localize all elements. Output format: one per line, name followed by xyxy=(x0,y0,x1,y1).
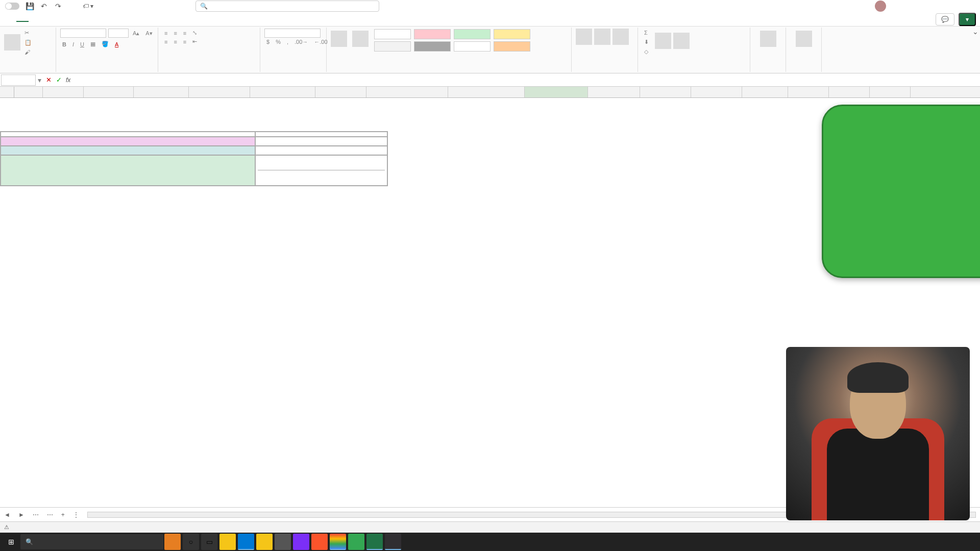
collapse-ribbon-icon[interactable]: ⌄ xyxy=(971,28,980,72)
number-format-select[interactable] xyxy=(264,29,321,38)
share-button[interactable]: ▾ xyxy=(959,13,976,26)
accessibility-status[interactable]: ⚠ xyxy=(4,524,9,531)
col-header-Q[interactable] xyxy=(870,87,911,97)
align-left-icon[interactable]: ≡ xyxy=(162,38,169,46)
addins-icon[interactable] xyxy=(796,31,812,47)
minimize-button[interactable] xyxy=(912,1,927,11)
taskbar-app-1[interactable] xyxy=(164,534,181,550)
style-input[interactable] xyxy=(494,41,530,52)
increase-font-icon[interactable]: A▴ xyxy=(131,29,141,38)
align-right-icon[interactable]: ≡ xyxy=(181,38,188,46)
fill-button[interactable]: ⬇ xyxy=(642,38,653,46)
font-size-select[interactable] xyxy=(108,29,129,38)
delete-cells-icon[interactable] xyxy=(594,29,610,45)
taskbar-obs-icon[interactable] xyxy=(385,534,401,550)
fx-icon[interactable]: fx xyxy=(66,77,70,84)
save-icon[interactable]: 💾 xyxy=(24,1,35,11)
col-header-F[interactable] xyxy=(250,87,315,97)
tab-pagelayout[interactable] xyxy=(41,17,53,21)
italic-button[interactable]: I xyxy=(70,40,76,48)
name-box[interactable] xyxy=(1,74,36,86)
col-header-J[interactable] xyxy=(525,87,588,97)
currency-icon[interactable]: $ xyxy=(264,38,272,46)
tab-data[interactable] xyxy=(65,17,78,21)
format-cells-icon[interactable] xyxy=(612,29,629,45)
autosave-toggle[interactable] xyxy=(5,3,19,10)
align-mid-icon[interactable]: ≡ xyxy=(172,29,179,37)
cancel-formula-icon[interactable]: ✕ xyxy=(43,76,54,84)
underline-button[interactable]: U xyxy=(78,40,86,48)
taskbar-explorer-icon[interactable] xyxy=(219,534,236,550)
align-bot-icon[interactable]: ≡ xyxy=(181,29,188,37)
col-header-K[interactable] xyxy=(588,87,640,97)
col-header-I[interactable] xyxy=(448,87,525,97)
new-sheet-icon[interactable]: + xyxy=(57,511,69,518)
col-header-N[interactable] xyxy=(742,87,788,97)
conditional-formatting-icon[interactable] xyxy=(331,31,347,47)
taskbar-excel-icon[interactable] xyxy=(366,534,383,550)
comma-icon[interactable]: , xyxy=(285,38,290,46)
col-header-H[interactable] xyxy=(366,87,448,97)
inc-decimal-icon[interactable]: .00→ xyxy=(292,38,310,46)
autosum-button[interactable]: Σ xyxy=(642,29,653,37)
formula-input[interactable] xyxy=(72,74,980,86)
copy-button[interactable]: 📋 xyxy=(22,38,36,47)
decrease-font-icon[interactable]: A▾ xyxy=(143,29,154,38)
paste-icon[interactable] xyxy=(4,34,20,51)
style-neutral[interactable] xyxy=(494,29,530,39)
undo-icon[interactable]: ↶ xyxy=(39,1,49,11)
tab-help[interactable] xyxy=(114,17,127,21)
tab-file[interactable] xyxy=(4,17,16,21)
style-good[interactable] xyxy=(454,29,491,39)
col-header-A[interactable] xyxy=(14,87,43,97)
taskbar-search[interactable]: 🔍 xyxy=(20,534,163,549)
style-explanatory[interactable] xyxy=(454,41,491,52)
tab-insert[interactable] xyxy=(29,17,41,21)
taskbar-mail-icon[interactable] xyxy=(238,534,254,550)
insert-cells-icon[interactable] xyxy=(576,29,592,45)
tab-review[interactable] xyxy=(78,17,90,21)
start-button[interactable]: ⊞ xyxy=(2,534,20,550)
close-button[interactable] xyxy=(963,1,978,11)
col-header-D[interactable] xyxy=(134,87,189,97)
tab-home[interactable] xyxy=(16,17,29,22)
style-check-cell[interactable] xyxy=(414,41,451,52)
orientation-icon[interactable]: ⤡ xyxy=(190,29,199,37)
col-header-E[interactable] xyxy=(189,87,250,97)
fill-color-button[interactable]: 🪣 xyxy=(100,40,111,48)
merge-button[interactable] xyxy=(201,41,205,43)
taskbar-files-icon[interactable] xyxy=(256,534,273,550)
taskbar-cortana-icon[interactable]: ○ xyxy=(183,534,199,550)
col-header-P[interactable] xyxy=(829,87,870,97)
font-color-button[interactable]: A xyxy=(113,40,120,48)
cut-button[interactable]: ✂ xyxy=(22,29,36,37)
tab-view[interactable] xyxy=(90,17,102,21)
user-avatar[interactable] xyxy=(875,1,886,12)
sheet-nav-more-icon[interactable]: ⋯ xyxy=(29,511,43,518)
tab-formulas[interactable] xyxy=(53,17,65,21)
tab-automate[interactable] xyxy=(102,17,114,21)
taskbar-store-icon[interactable] xyxy=(275,534,291,550)
select-all-corner[interactable] xyxy=(0,87,14,97)
sheet-menu-icon[interactable]: ⋮ xyxy=(69,511,83,518)
maximize-button[interactable] xyxy=(937,1,952,11)
formula-1[interactable] xyxy=(255,137,387,146)
border-button[interactable]: ▦ xyxy=(88,40,97,48)
comments-button[interactable]: 💬 xyxy=(936,13,954,26)
align-top-icon[interactable]: ≡ xyxy=(162,29,169,37)
taskbar-brave-icon[interactable] xyxy=(311,534,328,550)
col-header-G[interactable] xyxy=(315,87,366,97)
sheet-more-icon[interactable]: ⋯ xyxy=(43,511,57,518)
sensitivity-label[interactable]: 🏷 ▾ xyxy=(83,3,93,10)
col-header-O[interactable] xyxy=(788,87,829,97)
sheet-nav-next-icon[interactable]: ► xyxy=(14,511,29,518)
format-table-icon[interactable] xyxy=(352,31,369,47)
col-header-M[interactable] xyxy=(691,87,742,97)
col-header-L[interactable] xyxy=(640,87,691,97)
align-center-icon[interactable]: ≡ xyxy=(172,38,179,46)
format-painter-button[interactable]: 🖌 xyxy=(22,48,36,56)
percent-icon[interactable]: % xyxy=(274,38,283,46)
indent-dec-icon[interactable]: ⇤ xyxy=(190,37,199,46)
taskbar-media-icon[interactable] xyxy=(293,534,309,550)
formula-2[interactable] xyxy=(255,146,387,155)
